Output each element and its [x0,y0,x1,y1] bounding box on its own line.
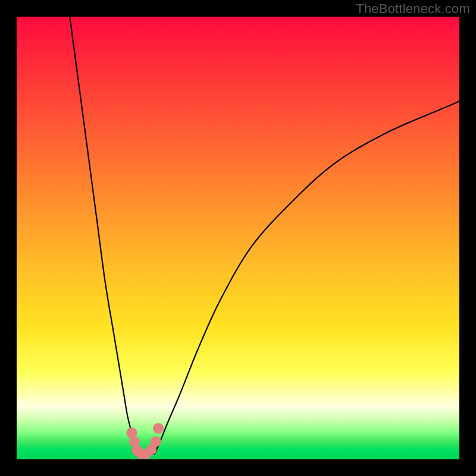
watermark-text: TheBottleneck.com [356,1,470,17]
marker-layer [126,423,164,459]
valley-marker [151,436,161,447]
bottleneck-right-curve [154,101,459,455]
bottleneck-left-curve [70,17,140,455]
plot-area [17,17,459,459]
chart-svg [17,17,459,459]
outer-frame: TheBottleneck.com [0,0,476,476]
curve-layer [70,17,459,455]
valley-marker [153,423,164,434]
